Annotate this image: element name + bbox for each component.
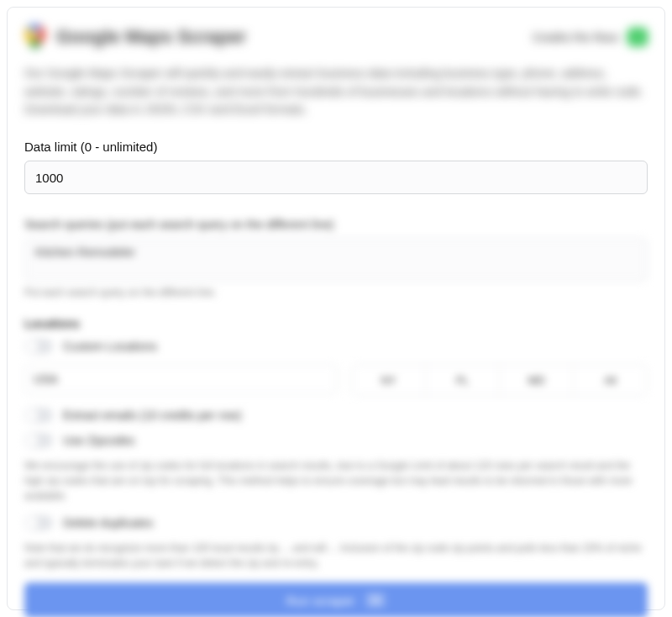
delete-duplicates-label: Delete duplicates <box>63 516 153 530</box>
custom-locations-toggle[interactable] <box>24 339 53 354</box>
svg-point-0 <box>32 30 39 37</box>
delete-duplicates-toggle[interactable] <box>24 515 53 530</box>
credits-per-row: Credits Per Row: 1 <box>533 28 648 46</box>
credits-label: Credits Per Row: <box>533 31 621 44</box>
use-zipcodes-label: Use Zipcodes <box>63 434 135 447</box>
delete-duplicates-row: Delete duplicates <box>24 515 648 530</box>
data-limit-section: Data limit (0 - unlimited) <box>24 140 648 194</box>
locations-section-label: Locations <box>24 317 648 330</box>
data-limit-input[interactable] <box>24 161 648 194</box>
extract-emails-row: Extract emails (10 credits per row) <box>24 408 648 423</box>
state-pill[interactable]: NY <box>352 365 426 395</box>
data-limit-label: Data limit (0 - unlimited) <box>24 140 648 154</box>
search-queries-label: Search queries (put each search query on… <box>24 218 648 231</box>
use-zipcodes-row: Use Zipcodes <box>24 433 648 448</box>
search-queries-hint: Put each search query on the different l… <box>24 287 648 298</box>
use-zipcodes-toggle[interactable] <box>24 433 53 448</box>
locations-row: USA NY FL MD All <box>24 364 648 396</box>
country-value: USA <box>34 372 58 386</box>
duplicates-description: Note that we do recognize more than 100 … <box>24 541 648 571</box>
blurred-region: Search queries (put each search query on… <box>24 218 648 617</box>
credits-badge: 1 <box>627 28 648 46</box>
run-button-badge: 1k <box>365 593 386 608</box>
run-scraper-button[interactable]: Run scraper 1k <box>24 583 648 617</box>
description-text: Our Google Maps Scraper will quickly and… <box>24 65 648 119</box>
zipcodes-description: We encourage the use of zip codes for fu… <box>24 458 648 504</box>
extract-emails-toggle[interactable] <box>24 408 53 423</box>
custom-locations-label: Custom Locations <box>63 340 157 353</box>
scraper-card: Google Maps Scraper Credits Per Row: 1 O… <box>7 7 665 610</box>
custom-locations-row: Custom Locations <box>24 339 648 354</box>
country-select[interactable]: USA <box>24 364 338 394</box>
run-button-label: Run scraper <box>286 593 355 608</box>
extract-emails-label: Extract emails (10 credits per row) <box>63 409 241 422</box>
state-pill-group: NY FL MD All <box>351 364 648 396</box>
page-title: Google Maps Scraper <box>56 26 246 48</box>
header-left: Google Maps Scraper <box>24 24 246 50</box>
state-pill[interactable]: All <box>574 365 647 395</box>
header: Google Maps Scraper Credits Per Row: 1 <box>24 24 648 50</box>
state-pill[interactable]: MD <box>500 365 574 395</box>
search-queries-input[interactable]: Kitchen Remodeler <box>24 238 648 282</box>
state-pill[interactable]: FL <box>426 365 500 395</box>
google-maps-icon <box>24 24 46 50</box>
search-queries-value: Kitchen Remodeler <box>35 245 135 259</box>
